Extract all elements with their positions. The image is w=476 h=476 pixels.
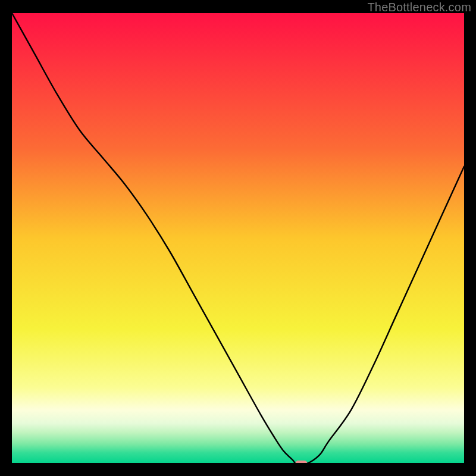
- gradient-background: [12, 13, 464, 464]
- chart-root: TheBottleneck.com: [0, 0, 476, 476]
- attribution-text: TheBottleneck.com: [367, 1, 471, 14]
- plot-area: [12, 13, 464, 464]
- chart-svg: [12, 13, 464, 464]
